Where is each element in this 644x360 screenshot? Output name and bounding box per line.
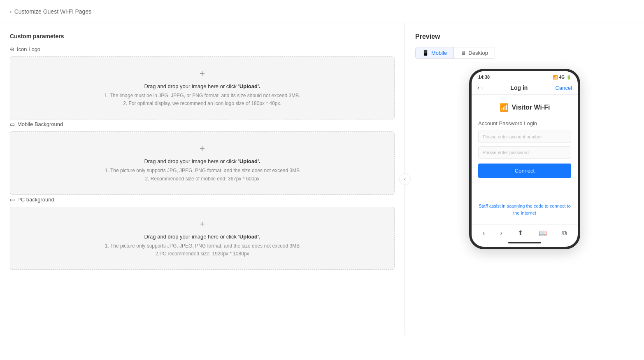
phone-mockup: 14:38 📶 4G 🔋 ‹ › Log in (469, 69, 580, 249)
left-panel: Custom parameters ⊕ Icon Logo + Drag and… (0, 23, 405, 335)
toggle-mobile-button[interactable]: 📱 Mobile (416, 47, 453, 58)
phone-nav-cancel[interactable]: Cancel (556, 85, 572, 91)
collapse-panel-button[interactable]: ‹ (399, 173, 411, 185)
custom-params-title: Custom parameters (10, 33, 395, 40)
signal-icon: 📶 (553, 75, 558, 79)
browser-share-icon[interactable]: ⬆ (518, 229, 523, 237)
icon-logo-upload-zone[interactable]: + Drag and drop your image here or click… (10, 56, 395, 119)
icon-logo-label: Icon Logo (17, 46, 40, 52)
account-input[interactable]: Please enter account number (478, 131, 571, 143)
mobile-bg-upload-zone[interactable]: + Drag and drop your image here or click… (10, 131, 395, 194)
mobile-icon: ▭ (10, 121, 15, 127)
pc-bg-label: PC background (17, 196, 54, 203)
wifi-status-icon: 4G (559, 75, 565, 79)
phone-nav-title: Log in (510, 84, 528, 91)
icon-logo-upload-main: Drag and drop your image here or click '… (144, 83, 260, 89)
phone-preview-wrapper: 14:38 📶 4G 🔋 ‹ › Log in (415, 69, 634, 249)
browser-back-icon[interactable]: ‹ (483, 229, 485, 237)
phone-content-area: 📶 Visitor Wi-Fi Account Password Login P… (472, 95, 578, 224)
mobile-toggle-label: Mobile (431, 50, 447, 56)
mobile-toggle-icon: 📱 (422, 50, 429, 56)
globe-icon: ⊕ (10, 46, 14, 52)
phone-status-icons: 📶 4G 🔋 (553, 75, 571, 79)
nav-back-chevron: ‹ (477, 84, 479, 91)
icon-logo-hint: 1. The image must be in JPG, JPEG, or PN… (105, 92, 300, 108)
back-icon: ‹ (10, 8, 12, 15)
mobile-bg-section: ▭ Mobile Background + Drag and drop your… (10, 121, 395, 194)
header: ‹ Customize Guest Wi-Fi Pages (0, 0, 644, 23)
phone-bottom-bar: ‹ › ⬆ 📖 ⧉ (472, 224, 578, 239)
preview-toggle-group: 📱 Mobile 🖥 Desktop (415, 47, 495, 59)
pc-bg-upload-main: Drag and drop your image here or click '… (144, 234, 260, 240)
phone-nav-arrows: ‹ › (477, 84, 483, 91)
upload-plus-icon: + (200, 68, 205, 79)
nav-forward-chevron: › (481, 84, 483, 91)
right-panel: Preview 📱 Mobile 🖥 Desktop 14:38 (405, 23, 644, 335)
pc-upload-plus-icon: + (200, 219, 205, 229)
mobile-bg-upload-main: Drag and drop your image here or click '… (144, 158, 260, 164)
mobile-bg-label: Mobile Background (17, 121, 63, 127)
phone-nav-bar: ‹ › Log in Cancel (472, 81, 578, 95)
desktop-toggle-icon: 🖥 (460, 50, 466, 56)
collapse-icon: ‹ (404, 176, 406, 182)
phone-home-indicator (508, 242, 541, 243)
browser-tabs-icon[interactable]: ⧉ (562, 229, 567, 237)
mobile-bg-hint: 1. The picture only supports JPG, JPEG, … (105, 167, 300, 182)
browser-forward-icon[interactable]: › (500, 229, 502, 237)
brand-name: Visitor Wi-Fi (512, 104, 550, 111)
desktop-toggle-label: Desktop (468, 50, 488, 56)
icon-logo-section: ⊕ Icon Logo + Drag and drop your image h… (10, 46, 395, 119)
assist-link[interactable]: Staff assist in scanning the code to con… (478, 203, 571, 216)
preview-title: Preview (415, 33, 634, 40)
mobile-upload-plus-icon: + (200, 143, 205, 154)
wifi-brand-icon: 📶 (500, 103, 509, 112)
browser-bookmarks-icon[interactable]: 📖 (539, 229, 547, 237)
phone-time: 14:38 (478, 75, 490, 79)
pc-bg-hint: 1. The picture only supports JPG, JPEG, … (105, 242, 300, 258)
page-title: Customize Guest Wi-Fi Pages (14, 8, 92, 15)
back-button[interactable]: ‹ Customize Guest Wi-Fi Pages (10, 8, 91, 15)
connect-button[interactable]: Connect (478, 164, 571, 178)
toggle-desktop-button[interactable]: 🖥 Desktop (453, 47, 495, 58)
login-section-title: Account Password Login (478, 120, 571, 126)
pc-bg-section: ▭ PC background + Drag and drop your ima… (10, 196, 395, 270)
password-input[interactable]: Please enter password (478, 146, 571, 159)
phone-status-bar: 14:38 📶 4G 🔋 (472, 71, 578, 81)
pc-bg-upload-zone[interactable]: + Drag and drop your image here or click… (10, 207, 395, 270)
battery-icon: 🔋 (566, 75, 571, 79)
pc-icon: ▭ (10, 196, 15, 203)
phone-brand-row: 📶 Visitor Wi-Fi (478, 103, 571, 112)
